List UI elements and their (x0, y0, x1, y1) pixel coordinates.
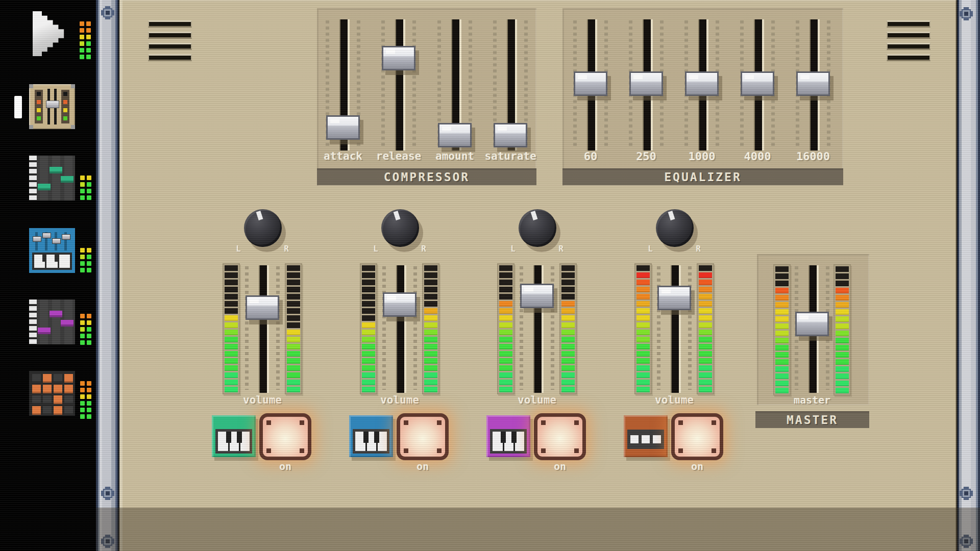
vent-slot (148, 20, 192, 28)
piano-keys-icon (490, 429, 527, 454)
meter-segment (775, 281, 789, 286)
channel-3-pan-knob[interactable] (519, 209, 556, 247)
meter-segment (636, 330, 650, 335)
compressor-saturate-fader[interactable] (494, 123, 527, 147)
channel-2-pan-knob[interactable] (381, 209, 419, 247)
meter-segment (424, 330, 437, 335)
meter-segment (836, 381, 849, 386)
channel-1-volume-fader[interactable] (246, 295, 279, 320)
meter-segment (836, 338, 849, 343)
meter-segment (424, 265, 437, 271)
drum-pad (54, 395, 62, 404)
meter-segment (287, 372, 300, 378)
channel-3-volume-fader[interactable] (520, 284, 554, 308)
black-key (226, 432, 231, 443)
channel-1-instrument-button[interactable] (212, 415, 256, 457)
vent-slot (887, 43, 930, 50)
sidebar-item-pianoroll-green[interactable] (29, 156, 75, 201)
piano-keys-icon (215, 429, 252, 454)
led (80, 388, 85, 392)
led (80, 401, 85, 406)
meter-segment (636, 351, 650, 357)
channel-2-instrument-button[interactable] (349, 415, 393, 457)
drum-pad (32, 374, 41, 383)
channel-2-on-label: on (405, 460, 440, 472)
piano-keys-icon (32, 253, 72, 270)
meter-segment (836, 266, 849, 272)
tick-column (412, 20, 416, 147)
rivet (541, 420, 546, 425)
channel-3-on-button[interactable] (534, 413, 586, 460)
compressor-attack-fader[interactable] (326, 115, 360, 140)
compressor-release-fader[interactable] (382, 46, 415, 70)
meter-segment (836, 388, 849, 393)
meter-segment (499, 272, 512, 278)
drum-pad (32, 395, 41, 404)
piano-keys-column (29, 299, 37, 344)
channel-3-instrument-button[interactable] (486, 415, 530, 457)
sidebar-item-synth-blue[interactable] (29, 228, 75, 273)
equalizer-4000-fader[interactable] (741, 71, 774, 96)
vent-slot (887, 54, 930, 61)
meter-segment (561, 330, 575, 335)
led (86, 55, 91, 59)
master-volume-fader[interactable] (795, 312, 829, 336)
rivet (437, 420, 442, 425)
meter-segment (636, 272, 650, 278)
drum-pad (54, 385, 62, 393)
sidebar-item-mixer[interactable] (29, 84, 75, 129)
led (63, 100, 67, 104)
led (80, 327, 85, 332)
meter-segment (561, 322, 575, 328)
meter-segment (561, 272, 575, 278)
meter-segment (499, 380, 512, 385)
meter-segment (499, 330, 512, 335)
meter-segment (287, 322, 300, 328)
channel-4-on-button[interactable] (671, 413, 723, 460)
screw-icon (960, 487, 973, 500)
sidebar-item-pianoroll-purple[interactable] (29, 299, 75, 344)
meter-strip (61, 90, 69, 123)
channel-4-instrument-button[interactable] (624, 415, 668, 457)
meter-segment (499, 301, 512, 307)
meter-segment (225, 265, 238, 271)
meter-segment (225, 380, 238, 385)
meter-segment (287, 272, 300, 278)
equalizer-60-fader[interactable] (574, 71, 607, 96)
mini-fader-cap (33, 236, 41, 242)
drum-pad (642, 435, 650, 443)
meter-segment (499, 280, 512, 285)
compressor-amount-fader[interactable] (438, 123, 472, 147)
meter-segment (636, 365, 650, 371)
channel-4-volume-fader[interactable] (657, 286, 691, 310)
equalizer-1000-fader[interactable] (685, 71, 719, 96)
equalizer-250-fader[interactable] (629, 71, 663, 96)
led (87, 401, 91, 406)
led (80, 41, 84, 46)
channel-2-on-button[interactable] (397, 413, 449, 460)
drum-pad (64, 395, 73, 404)
tick-column (413, 266, 417, 390)
channel-4-pan-knob[interactable] (656, 209, 694, 247)
channel-1-pan-knob[interactable] (244, 209, 282, 247)
master-meter-right (834, 264, 851, 395)
meter-segment (836, 345, 849, 350)
drum-pad (54, 406, 62, 415)
equalizer-16000-fader[interactable] (796, 71, 830, 96)
channel-2-meter-right (422, 263, 439, 394)
led (80, 394, 85, 399)
meter-segment (775, 388, 789, 393)
sidebar-item-drums[interactable] (29, 371, 75, 416)
meter-segment (775, 302, 789, 308)
meter-segment (499, 294, 512, 299)
meter-segment (225, 280, 238, 285)
sidebar (0, 0, 96, 551)
led-grid (80, 176, 92, 202)
meter-segment (225, 287, 238, 292)
channel-2-volume-fader[interactable] (383, 292, 416, 317)
meter-segment (636, 380, 650, 385)
meter-segment (225, 294, 238, 299)
play-button[interactable] (33, 11, 69, 56)
channel-1-on-button[interactable] (259, 413, 311, 460)
rivet (678, 448, 683, 453)
